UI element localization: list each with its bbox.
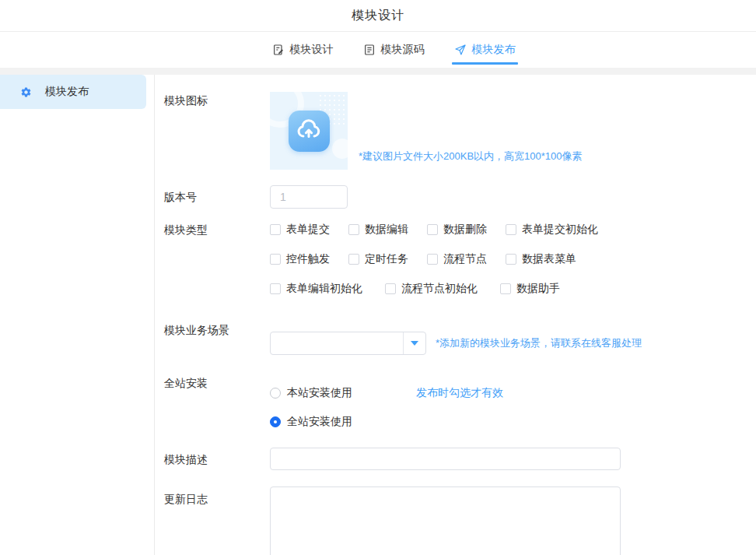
changelog-textarea[interactable] xyxy=(270,487,621,555)
page-header: 模块设计 xyxy=(0,0,756,32)
checkbox-data-assistant[interactable]: 数据助手 xyxy=(500,282,560,296)
sidebar: 模块发布 xyxy=(0,75,155,555)
body-area: 模块发布 模块图标 *建议图片文件大小200KB xyxy=(0,75,756,555)
icon-size-hint: *建议图片文件大小200KB以内，高宽100*100像素 xyxy=(359,149,583,163)
paper-plane-icon xyxy=(454,44,467,56)
checkbox-label: 流程节点初始化 xyxy=(401,282,478,296)
sidebar-item-module-publish[interactable]: 模块发布 xyxy=(0,75,146,109)
field-site-install: 全站安装 本站安装使用 发布时勾选才有效 全站安装使用 xyxy=(164,376,503,429)
tab-label: 模块源码 xyxy=(381,43,425,57)
radio-label: 本站安装使用 xyxy=(287,386,352,400)
radio-checked-icon xyxy=(270,416,281,427)
field-version: 版本号 xyxy=(164,185,348,209)
checkbox-icon xyxy=(427,224,438,235)
checkbox-label: 定时任务 xyxy=(365,252,408,266)
radio-icon xyxy=(270,388,281,399)
checkbox-label: 数据编辑 xyxy=(365,223,408,237)
module-icon-upload[interactable] xyxy=(270,92,348,170)
checkbox-label: 数据表菜单 xyxy=(522,252,576,266)
scenario-select[interactable] xyxy=(270,332,426,355)
module-type-options: 表单提交 数据编辑 数据删除 表单提交初始化 控件触发 定时任务 流程节点 数据… xyxy=(270,223,598,311)
field-label: 版本号 xyxy=(164,185,270,209)
field-label: 模块描述 xyxy=(164,448,270,471)
radio-local-install[interactable]: 本站安装使用 xyxy=(270,386,416,400)
checkbox-flow-node[interactable]: 流程节点 xyxy=(427,252,506,266)
tab-module-design[interactable]: 模块设计 xyxy=(272,32,334,68)
sidebar-item-label: 模块发布 xyxy=(45,85,89,99)
tab-label: 模块设计 xyxy=(290,43,334,57)
radio-line: 本站安装使用 发布时勾选才有效 xyxy=(270,386,503,400)
select-arrow-zone[interactable] xyxy=(403,332,425,354)
version-input[interactable] xyxy=(270,185,348,209)
gear-icon xyxy=(20,86,32,98)
field-label: 模块业务场景 xyxy=(164,322,270,355)
checkbox-label: 表单编辑初始化 xyxy=(286,282,362,296)
page-title: 模块设计 xyxy=(352,8,404,24)
checkbox-label: 数据助手 xyxy=(516,282,560,296)
section-divider xyxy=(0,68,756,75)
checkbox-row: 表单编辑初始化 流程节点初始化 数据助手 xyxy=(270,282,598,296)
tab-label: 模块发布 xyxy=(472,43,516,57)
document-icon xyxy=(363,44,376,56)
scenario-select-value xyxy=(271,332,403,354)
field-changelog: 更新日志 xyxy=(164,487,621,555)
field-module-type: 模块类型 表单提交 数据编辑 数据删除 表单提交初始化 控件触发 定时任务 流程… xyxy=(164,223,598,311)
checkbox-icon xyxy=(427,254,438,265)
module-design-screen: 模块设计 模块设计 模块源码 xyxy=(0,0,756,555)
radio-label: 全站安装使用 xyxy=(287,415,352,429)
tab-bar: 模块设计 模块源码 模块发布 xyxy=(0,32,756,68)
scenario-hint: *添加新的模块业务场景，请联系在线客服处理 xyxy=(436,336,642,350)
checkbox-icon xyxy=(270,224,281,235)
field-label: 模块图标 xyxy=(164,92,270,170)
document-edit-icon xyxy=(272,44,285,56)
checkbox-form-submit[interactable]: 表单提交 xyxy=(270,223,348,237)
checkbox-data-edit[interactable]: 数据编辑 xyxy=(348,223,427,237)
install-options: 本站安装使用 发布时勾选才有效 全站安装使用 xyxy=(270,376,503,429)
checkbox-icon xyxy=(270,283,281,294)
field-label: 更新日志 xyxy=(164,487,270,555)
checkbox-icon xyxy=(506,224,516,235)
chevron-down-icon xyxy=(411,341,418,346)
checkbox-icon xyxy=(348,224,359,235)
checkbox-label: 表单提交初始化 xyxy=(522,223,598,237)
checkbox-label: 数据删除 xyxy=(443,223,487,237)
tab-module-publish[interactable]: 模块发布 xyxy=(454,32,516,68)
checkbox-label: 流程节点 xyxy=(443,252,487,266)
field-module-icon: 模块图标 *建议图片文件大小200KB以内，高宽100*100像素 xyxy=(164,92,583,170)
checkbox-row: 控件触发 定时任务 流程节点 数据表菜单 xyxy=(270,252,598,266)
field-description: 模块描述 xyxy=(164,448,621,471)
checkbox-form-edit-init[interactable]: 表单编辑初始化 xyxy=(270,282,362,296)
checkbox-icon xyxy=(500,283,511,294)
checkbox-timed-task[interactable]: 定时任务 xyxy=(348,252,427,266)
checkbox-data-delete[interactable]: 数据删除 xyxy=(427,223,506,237)
checkbox-icon xyxy=(270,254,281,265)
scenario-content: *添加新的模块业务场景，请联系在线客服处理 xyxy=(270,332,642,355)
field-label: 全站安装 xyxy=(164,376,270,429)
radio-line: 全站安装使用 xyxy=(270,415,503,429)
checkbox-form-submit-init[interactable]: 表单提交初始化 xyxy=(506,223,598,237)
checkbox-icon xyxy=(348,254,359,265)
description-input[interactable] xyxy=(270,448,621,470)
checkbox-label: 控件触发 xyxy=(286,252,330,266)
module-app-icon xyxy=(289,111,330,152)
checkbox-widget-trigger[interactable]: 控件触发 xyxy=(270,252,348,266)
field-label: 模块类型 xyxy=(164,223,270,311)
checkbox-row: 表单提交 数据编辑 数据删除 表单提交初始化 xyxy=(270,223,598,237)
checkbox-data-table-menu[interactable]: 数据表菜单 xyxy=(506,252,576,266)
publish-note-link[interactable]: 发布时勾选才有效 xyxy=(416,386,503,400)
checkbox-flow-node-init[interactable]: 流程节点初始化 xyxy=(385,282,478,296)
field-business-scenario: 模块业务场景 *添加新的模块业务场景，请联系在线客服处理 xyxy=(164,322,642,355)
tab-module-source[interactable]: 模块源码 xyxy=(363,32,425,68)
checkbox-label: 表单提交 xyxy=(286,223,330,237)
cloud-upload-icon xyxy=(295,117,323,145)
radio-sitewide-install[interactable]: 全站安装使用 xyxy=(270,415,416,429)
publish-form: 模块图标 *建议图片文件大小200KB以内，高宽100*100像素 版本号 xyxy=(155,75,756,555)
checkbox-icon xyxy=(506,254,516,265)
checkbox-icon xyxy=(385,283,396,294)
